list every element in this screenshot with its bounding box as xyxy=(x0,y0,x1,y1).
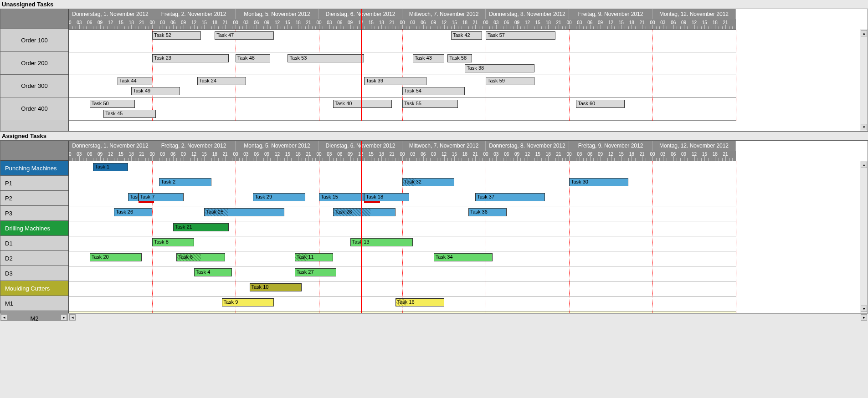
task-bar-t24[interactable]: Task 24 xyxy=(197,77,246,85)
task-bar-t40[interactable]: Task 40 xyxy=(333,100,392,108)
day-separator xyxy=(736,30,736,121)
day-separator xyxy=(152,161,153,313)
row-header-drilling[interactable]: Drilling Machines xyxy=(0,221,68,236)
row-header-d3[interactable]: D3 xyxy=(0,266,68,281)
task-bar-t36[interactable]: Task 36 xyxy=(468,208,507,216)
row-header-moulding[interactable]: Moulding Cutters xyxy=(0,281,68,296)
timescale-day: Freitag, 9. November 2012 xyxy=(569,141,652,151)
task-bar-t60[interactable]: Task 60 xyxy=(576,100,625,108)
task-bar-t59[interactable]: Task 59 xyxy=(486,77,534,85)
timescale-day: Montag, 12. November 2012 xyxy=(652,9,736,19)
row-header-column: Order 100Order 200Order 300Order 400 xyxy=(0,9,69,131)
task-bar-t25[interactable]: Task 25 xyxy=(204,208,284,216)
task-bar-t49[interactable]: Task 49 xyxy=(131,87,180,95)
day-separator xyxy=(319,30,319,121)
day-separator xyxy=(69,30,69,121)
row-header-d2[interactable]: D2 xyxy=(0,251,68,266)
row-header-p3[interactable]: P3 xyxy=(0,206,68,221)
task-bar-t16[interactable]: Task 16 xyxy=(395,298,444,306)
scroll-up-icon[interactable]: ▴ xyxy=(861,162,867,168)
scroll-up-icon[interactable]: ▴ xyxy=(861,30,867,36)
scroll-down-icon[interactable]: ▾ xyxy=(861,124,867,130)
task-bar-t7[interactable]: Task 7 xyxy=(139,193,184,201)
now-line xyxy=(361,9,362,29)
task-bar-t27[interactable]: Task 27 xyxy=(295,268,337,276)
row-header-column: Punching MachinesP1P2P3Drilling Machines… xyxy=(0,141,69,313)
row-header-m1[interactable]: M1 xyxy=(0,296,68,311)
task-bar-t39[interactable]: Task 39 xyxy=(364,77,426,85)
header-corner xyxy=(0,141,68,161)
scroll-left-icon[interactable]: ◂ xyxy=(1,314,7,321)
task-bar-t32[interactable]: Task 32 xyxy=(402,178,454,186)
header-corner xyxy=(0,9,68,29)
timescale-day: Mittwoch, 7. November 2012 xyxy=(402,9,486,19)
row-header-order100[interactable]: Order 100 xyxy=(0,29,68,52)
day-separator xyxy=(236,161,236,313)
task-bar-t37[interactable]: Task 37 xyxy=(475,193,545,201)
task-bar-t21[interactable]: Task 21 xyxy=(173,223,229,231)
task-bar-t54[interactable]: Task 54 xyxy=(402,87,465,95)
row-header-p2[interactable]: P2 xyxy=(0,191,68,206)
task-bar-t44[interactable]: Task 44 xyxy=(118,77,152,85)
chart-viewport[interactable]: Donnerstag, 1. November 2012Freitag, 2. … xyxy=(69,141,868,313)
now-line xyxy=(361,161,362,313)
timescale-day: Freitag, 2. November 2012 xyxy=(152,9,236,19)
task-bar-t8[interactable]: Task 8 xyxy=(152,238,194,246)
task-bar-t26[interactable]: Task 26 xyxy=(114,208,152,216)
task-bar-t29[interactable]: Task 29 xyxy=(253,193,305,201)
task-bar-t18[interactable]: Task 18 xyxy=(364,193,409,201)
row-header-d1[interactable]: D1 xyxy=(0,236,68,251)
task-bar-t30[interactable]: Task 30 xyxy=(569,178,628,186)
chart-viewport[interactable]: Donnerstag, 1. November 2012Freitag, 2. … xyxy=(69,9,868,131)
task-bar-t6[interactable]: Task 6 xyxy=(176,253,225,261)
task-bar-t50[interactable]: Task 50 xyxy=(90,100,135,108)
task-bar-t9[interactable]: Task 9 xyxy=(222,298,274,306)
task-bar-t38[interactable]: Task 38 xyxy=(465,64,534,72)
task-bar-t15[interactable]: Task 15 xyxy=(319,193,364,201)
task-bar-t57[interactable]: Task 57 xyxy=(486,31,555,40)
task-bar-t28[interactable]: Task 28 xyxy=(333,208,395,216)
row-header-order200[interactable]: Order 200 xyxy=(0,52,68,75)
day-separator xyxy=(569,30,570,121)
scroll-right-icon[interactable]: ▸ xyxy=(61,314,67,321)
day-separator xyxy=(236,30,236,121)
timescale-day: Donnerstag, 1. November 2012 xyxy=(69,9,152,19)
timescale: Donnerstag, 1. November 2012Freitag, 2. … xyxy=(69,141,736,161)
task-bar-t4[interactable]: Task 4 xyxy=(194,268,232,276)
task-bar-t43[interactable]: Task 43 xyxy=(413,54,444,62)
task-bar-t23[interactable]: Task 23 xyxy=(152,54,229,62)
task-bar-t45[interactable]: Task 45 xyxy=(103,110,155,118)
task-bar-t42[interactable]: Task 42 xyxy=(451,31,483,40)
task-bar-t47[interactable]: Task 47 xyxy=(215,31,274,40)
row-header-p1[interactable]: P1 xyxy=(0,176,68,191)
task-bar-t58[interactable]: Task 58 xyxy=(447,54,472,62)
vertical-scrollbar[interactable]: ▴▾ xyxy=(860,29,868,131)
timescale-day: Mittwoch, 7. November 2012 xyxy=(402,141,486,151)
now-line xyxy=(361,141,362,161)
task-bar-t52[interactable]: Task 52 xyxy=(152,31,201,40)
scroll-right-icon[interactable]: ▸ xyxy=(861,314,867,321)
task-bar-t2[interactable]: Task 2 xyxy=(159,178,211,186)
scroll-down-icon[interactable]: ▾ xyxy=(861,306,867,312)
assigned-panel: Assigned TasksPunching MachinesP1P2P3Dri… xyxy=(0,132,868,313)
task-bar-t10[interactable]: Task 10 xyxy=(250,283,302,291)
task-bar-t7a[interactable]: Task 3 xyxy=(128,193,139,201)
scroll-left-icon[interactable]: ◂ xyxy=(69,314,76,321)
task-bar-t1[interactable]: Task 1 xyxy=(93,163,128,171)
timescale-day: Donnerstag, 8. November 2012 xyxy=(486,141,569,151)
timescale-day: Freitag, 9. November 2012 xyxy=(569,9,652,19)
task-bar-t13[interactable]: Task 13 xyxy=(350,238,413,246)
task-bar-t48[interactable]: Task 48 xyxy=(236,54,270,62)
row-header-punching[interactable]: Punching Machines xyxy=(0,161,68,176)
task-bar-t55[interactable]: Task 55 xyxy=(402,100,458,108)
task-bar-t53[interactable]: Task 53 xyxy=(288,54,364,62)
task-bar-t20[interactable]: Task 20 xyxy=(90,253,142,261)
horizontal-scrollbar[interactable]: ◂▸◂▸ xyxy=(0,313,868,321)
timescale-day: Freitag, 2. November 2012 xyxy=(152,141,236,151)
day-separator xyxy=(486,161,486,313)
task-bar-t11[interactable]: Task 11 xyxy=(295,253,333,261)
task-bar-t34[interactable]: Task 34 xyxy=(434,253,493,261)
vertical-scrollbar[interactable]: ▴▾ xyxy=(860,161,868,313)
row-header-order400[interactable]: Order 400 xyxy=(0,97,68,120)
row-header-order300[interactable]: Order 300 xyxy=(0,75,68,97)
